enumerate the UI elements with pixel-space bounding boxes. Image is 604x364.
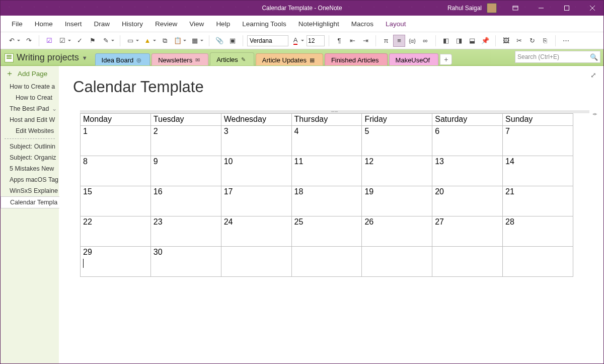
crop-icon[interactable]: ✂ xyxy=(513,35,525,47)
menu-help[interactable]: Help xyxy=(210,17,236,31)
tag-dropdown-icon[interactable]: ☑ xyxy=(56,35,68,47)
calendar-cell[interactable] xyxy=(221,247,291,277)
math-icon[interactable]: π xyxy=(380,35,392,47)
avatar[interactable] xyxy=(487,3,497,13)
page-item[interactable]: 5 Mistakes New xyxy=(1,163,59,174)
menu-review[interactable]: Review xyxy=(149,17,183,31)
section-tab-idea-board[interactable]: Idea Board◎ xyxy=(95,53,150,65)
section-tab-newsletters[interactable]: Newsletters✉ xyxy=(152,53,208,65)
page-item[interactable]: WinSxS Explaine xyxy=(1,185,59,196)
calendar-header-cell[interactable]: Tuesday xyxy=(150,114,221,126)
checkmark-icon[interactable]: ✓ xyxy=(73,35,86,47)
calendar-cell[interactable]: 30 xyxy=(150,247,221,277)
tag-more-icon[interactable]: ✎ xyxy=(100,35,112,47)
page-item[interactable]: Subject: Outlinin xyxy=(1,141,59,152)
ribbon-overflow-icon[interactable]: ⋯ xyxy=(560,35,572,47)
outdent-icon[interactable]: ⇤ xyxy=(346,35,358,47)
link-icon[interactable]: ⧉ xyxy=(159,35,171,47)
page-item[interactable]: Host and Edit W xyxy=(1,114,59,125)
calendar-cell[interactable]: 16 xyxy=(150,186,221,216)
page-item[interactable]: Subject: Organiz xyxy=(1,152,59,163)
section-tab-article-updates[interactable]: Article Updates▦ xyxy=(256,53,323,65)
close-button[interactable] xyxy=(581,1,603,16)
minimize-button[interactable] xyxy=(530,1,552,16)
drag-handle-icon[interactable]: ┅┅ xyxy=(331,109,338,114)
calendar-cell[interactable]: 17 xyxy=(221,186,291,216)
calendar-table[interactable]: MondayTuesdayWednesdayThursdayFridaySatu… xyxy=(80,113,573,277)
calendar-cell[interactable]: 6 xyxy=(432,126,503,156)
calendar-cell[interactable]: 4 xyxy=(291,126,362,156)
calendar-cell[interactable] xyxy=(503,247,573,277)
calendar-cell[interactable]: 11 xyxy=(291,156,362,186)
calendar-cell[interactable]: 12 xyxy=(362,156,432,186)
page-item[interactable]: How to Creat xyxy=(1,92,59,103)
page-item[interactable]: Apps macOS Tag xyxy=(1,174,59,185)
rotate-icon[interactable]: ↻ xyxy=(526,35,538,47)
notebook-picker[interactable]: Writing projects ▼ xyxy=(5,52,88,65)
calendar-header-cell[interactable]: Monday xyxy=(81,114,151,126)
page-item[interactable]: Edit Websites xyxy=(1,125,59,136)
image-icon[interactable]: 🖼 xyxy=(500,35,512,47)
font-size-select[interactable] xyxy=(307,35,325,46)
calendar-cell[interactable]: 18 xyxy=(291,186,362,216)
calendar-cell[interactable] xyxy=(432,247,503,277)
highlighter-icon[interactable]: ▲ xyxy=(141,35,154,47)
section-tab-articles[interactable]: Articles✎ xyxy=(210,52,254,65)
calendar-header-cell[interactable]: Wednesday xyxy=(221,114,291,126)
maximize-button[interactable] xyxy=(555,1,578,16)
undo-button[interactable]: ↶ xyxy=(6,35,18,47)
calendar-cell[interactable]: 22 xyxy=(81,216,151,247)
calendar-cell[interactable]: 20 xyxy=(432,186,503,216)
search-input[interactable]: Search (Ctrl+E) 🔍 xyxy=(515,51,600,63)
calendar-cell[interactable]: 26 xyxy=(362,216,432,247)
menu-notehighlight[interactable]: NoteHighlight xyxy=(292,17,345,31)
todo-tag-icon[interactable]: ☑ xyxy=(43,35,55,47)
calendar-cell[interactable]: 15 xyxy=(81,186,151,216)
calendar-header-cell[interactable]: Saturday xyxy=(432,114,503,126)
menu-home[interactable]: Home xyxy=(29,17,59,31)
calendar-cell[interactable]: 5 xyxy=(362,126,432,156)
page-item[interactable]: How to Create a xyxy=(1,81,59,92)
calendar-cell[interactable]: 7 xyxy=(503,126,573,156)
attach-icon[interactable]: 📎 xyxy=(213,35,225,47)
menu-file[interactable]: File xyxy=(6,17,29,31)
menu-view[interactable]: View xyxy=(183,17,210,31)
calendar-cell[interactable]: 3 xyxy=(221,126,291,156)
bracket-icon[interactable]: {α} xyxy=(406,35,418,47)
page-item[interactable]: Calendar Templa xyxy=(1,196,59,208)
resize-handle-icon[interactable]: ◂▸ xyxy=(592,111,597,116)
calendar-header-cell[interactable]: Sunday xyxy=(503,114,573,126)
calendar-cell[interactable]: 21 xyxy=(503,186,573,216)
dock-left-icon[interactable]: ◧ xyxy=(440,35,452,47)
copy-icon[interactable]: ⎘ xyxy=(539,35,551,47)
infinity-icon[interactable]: ∞ xyxy=(419,35,431,47)
calendar-cell[interactable]: 29 xyxy=(81,247,151,277)
font-select[interactable] xyxy=(247,35,288,46)
calendar-cell[interactable]: 13 xyxy=(432,156,503,186)
calendar-cell[interactable]: 23 xyxy=(150,216,221,247)
calendar-cell[interactable]: 28 xyxy=(503,216,573,247)
eraser-icon[interactable]: ▭ xyxy=(124,35,136,47)
add-page-button[interactable]: ＋ Add Page xyxy=(1,66,59,81)
expand-icon[interactable]: ⤢ xyxy=(590,71,596,79)
section-tab-makeuseof[interactable]: MakeUseOf xyxy=(389,53,439,65)
calendar-cell[interactable]: 8 xyxy=(81,156,151,186)
table-icon[interactable]: ▦ xyxy=(189,35,201,47)
calendar-cell[interactable]: 10 xyxy=(221,156,291,186)
menu-insert[interactable]: Insert xyxy=(59,17,88,31)
calendar-cell[interactable] xyxy=(291,247,362,277)
calendar-cell[interactable]: 19 xyxy=(362,186,432,216)
page-title[interactable]: Calendar Template xyxy=(73,78,589,96)
menu-learning-tools[interactable]: Learning Tools xyxy=(236,17,292,31)
autocorrect-icon[interactable]: ≡ xyxy=(393,35,405,47)
indent-icon[interactable]: ⇥ xyxy=(359,35,371,47)
dock-right-icon[interactable]: ◨ xyxy=(453,35,465,47)
page-item[interactable]: The Best iPad xyxy=(1,103,59,114)
calendar-header-cell[interactable]: Thursday xyxy=(291,114,362,126)
menu-layout[interactable]: Layout xyxy=(380,17,412,31)
ribbon-display-button[interactable] xyxy=(504,1,526,16)
calendar-cell[interactable]: 1 xyxy=(81,126,151,156)
font-color-icon[interactable]: A xyxy=(289,35,301,47)
calendar-cell[interactable]: 25 xyxy=(291,216,362,247)
dock-bottom-icon[interactable]: ⬓ xyxy=(466,35,478,47)
